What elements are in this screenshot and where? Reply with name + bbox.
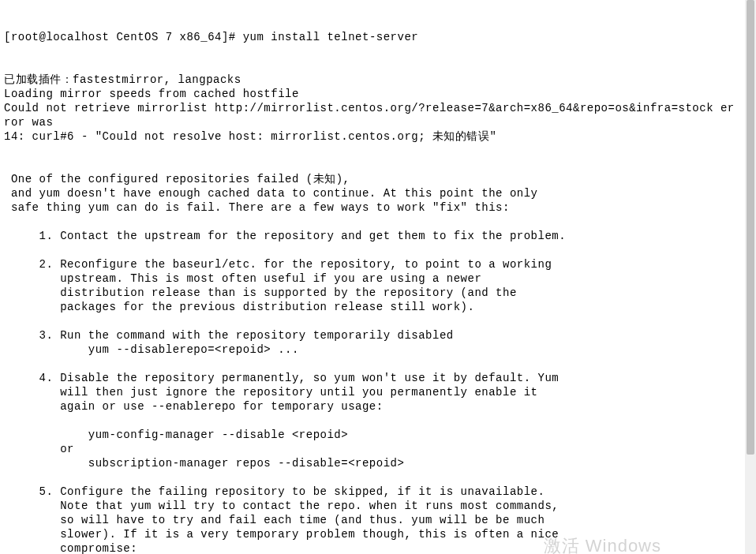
shell-prompt: [root@localhost CentOS 7 x86_64]# <box>4 31 243 43</box>
scrollbar-thumb[interactable] <box>747 0 754 455</box>
vertical-scrollbar[interactable] <box>745 0 756 554</box>
output-line: subscription-manager repos --disable=<re… <box>4 456 752 470</box>
output-line <box>4 314 752 328</box>
output-line: ror was <box>4 115 752 129</box>
output-line: packages for the previous distribution r… <box>4 300 752 314</box>
output-line <box>4 414 752 428</box>
output-line: yum-config-manager --disable <repoid> <box>4 428 752 442</box>
output-line: or <box>4 442 752 456</box>
output-line: 已加载插件：fastestmirror, langpacks <box>4 73 752 87</box>
output-line: 4. Disable the repository permanently, s… <box>4 371 752 385</box>
output-line: safe thing yum can do is fail. There are… <box>4 200 752 215</box>
output-line: will then just ignore the repository unt… <box>4 385 752 399</box>
output-line: upstream. This is most often useful if y… <box>4 271 752 286</box>
output-line: 14: curl#6 - "Could not resolve host: mi… <box>4 129 752 144</box>
output-line <box>4 357 752 371</box>
output-line: Loading mirror speeds from cached hostfi… <box>4 87 752 101</box>
output-line: and yum doesn't have enough cached data … <box>4 186 752 200</box>
output-line: Could not retrieve mirrorlist http://mir… <box>4 101 752 115</box>
output-line: 2. Reconfigure the baseurl/etc. for the … <box>4 257 752 271</box>
output-line <box>4 158 752 172</box>
output-line: distribution release than is supported b… <box>4 286 752 300</box>
output-line: 1. Contact the upstream for the reposito… <box>4 229 752 243</box>
output-line: One of the configured repositories faile… <box>4 172 752 186</box>
output-line <box>4 215 752 229</box>
windows-activation-watermark: 激活 Windows <box>544 539 661 553</box>
output-line <box>4 243 752 257</box>
shell-command: yum install telnet-server <box>243 31 419 43</box>
output-line: 3. Run the command with the repository t… <box>4 328 752 343</box>
output-lines: 已加载插件：fastestmirror, langpacksLoading mi… <box>4 73 752 554</box>
terminal-output[interactable]: [root@localhost CentOS 7 x86_64]# yum in… <box>0 0 756 554</box>
output-line: again or use --enablerepo for temporary … <box>4 399 752 414</box>
output-line: 5. Configure the failing repository to b… <box>4 485 752 499</box>
output-line: so will have to try and fail each time (… <box>4 513 752 527</box>
output-line <box>4 470 752 485</box>
output-line: Note that yum will try to contact the re… <box>4 499 752 513</box>
output-line: yum --disablerepo=<repoid> ... <box>4 343 752 357</box>
command-line: [root@localhost CentOS 7 x86_64]# yum in… <box>4 30 752 44</box>
output-line <box>4 144 752 158</box>
